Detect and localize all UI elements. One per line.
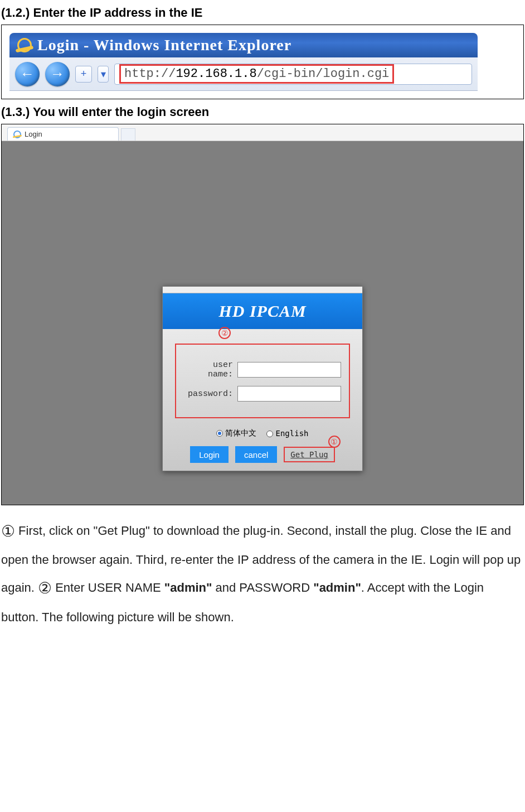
- username-input[interactable]: [237, 362, 341, 378]
- figure-ie-addressbar: Login - Windows Internet Explorer ← → + …: [1, 25, 524, 99]
- address-bar[interactable]: http://192.168.1.8/cgi-bin/login.cgi: [114, 64, 472, 85]
- address-url-highlight: http://192.168.1.8/cgi-bin/login.cgi: [119, 64, 394, 84]
- password-row: password:: [184, 386, 341, 402]
- favorites-add-button[interactable]: +: [75, 66, 92, 83]
- back-button[interactable]: ←: [15, 62, 40, 86]
- dropdown-button[interactable]: ▾: [98, 66, 109, 83]
- ie-window-title: Login - Windows Internet Explorer: [37, 36, 291, 54]
- button-row: Login cancel ① Get Plug: [175, 446, 350, 463]
- password-label: password:: [184, 389, 233, 399]
- radio-icon: [216, 430, 223, 437]
- url-scheme: http://: [124, 67, 176, 81]
- password-value: "admin": [313, 581, 361, 594]
- arrow-left-icon: ←: [20, 65, 35, 83]
- get-plug-highlight-box: ① Get Plug: [284, 447, 334, 462]
- step-marker-1: ①: [1, 515, 15, 547]
- language-row: 简体中文 English: [175, 428, 350, 438]
- instruction-paragraph: ① First, click on "Get Plug" to download…: [1, 515, 524, 630]
- lang-option-cn[interactable]: 简体中文: [216, 428, 256, 438]
- cancel-button[interactable]: cancel: [235, 446, 277, 463]
- page-background: HD IPCAM ② user name: password:: [2, 141, 523, 505]
- ie-toolbar: ← → + ▾ http://192.168.1.8/cgi-bin/login…: [9, 57, 478, 91]
- lang-option-en[interactable]: English: [266, 429, 308, 438]
- credentials-highlight-box: user name: password:: [175, 344, 350, 418]
- url-host: 192.168.1.8: [176, 67, 256, 81]
- get-plug-link[interactable]: Get Plug: [290, 450, 328, 459]
- annotation-badge-2: ②: [218, 327, 231, 339]
- ie-favicon-icon: [13, 130, 21, 138]
- tab-label: Login: [25, 130, 42, 138]
- ie-logo-icon: [17, 38, 32, 52]
- para-text-3: and PASSWORD: [212, 581, 313, 594]
- password-input[interactable]: [237, 386, 341, 402]
- radio-icon: [266, 431, 273, 437]
- new-tab-button[interactable]: [121, 128, 135, 141]
- heading-1-2: (1.2.) Enter the IP address in the IE: [1, 6, 524, 20]
- forward-button[interactable]: →: [45, 62, 70, 86]
- chevron-down-icon: ▾: [101, 68, 106, 80]
- heading-1-3: (1.3.) You will enter the login screen: [1, 105, 524, 119]
- arrow-right-icon: →: [50, 65, 65, 83]
- login-banner: HD IPCAM: [163, 293, 362, 329]
- browser-tab-login[interactable]: Login: [7, 127, 119, 141]
- plus-icon: +: [81, 68, 87, 80]
- ie-titlebar: Login - Windows Internet Explorer: [9, 33, 478, 57]
- lang-cn-label: 简体中文: [225, 428, 256, 437]
- login-card: HD IPCAM ② user name: password:: [162, 286, 363, 471]
- annotation-badge-1: ①: [328, 436, 341, 448]
- para-text-2: Enter USER NAME: [52, 581, 164, 594]
- username-value: "admin": [164, 581, 212, 594]
- username-label: user name:: [184, 360, 233, 379]
- lang-en-label: English: [275, 429, 308, 438]
- login-button[interactable]: Login: [190, 446, 229, 463]
- card-top-strip: [163, 287, 362, 293]
- step-marker-2: ②: [38, 572, 52, 604]
- figure-login-screen: Login HD IPCAM ② user name: password:: [1, 124, 524, 505]
- browser-tabbar: Login: [2, 124, 523, 141]
- username-row: user name:: [184, 360, 341, 379]
- url-path: /cgi-bin/login.cgi: [257, 67, 390, 81]
